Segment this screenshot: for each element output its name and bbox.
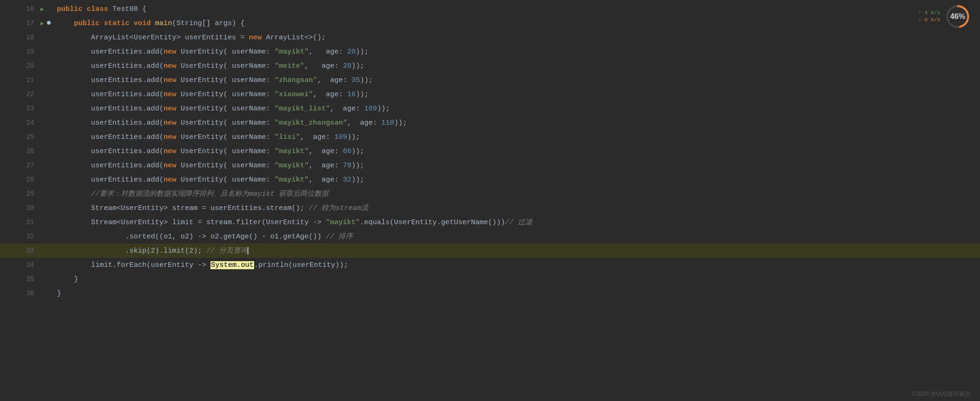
line-arrow: ▶ <box>38 17 46 31</box>
code-token: , age: <box>304 62 343 70</box>
line-number: 27 <box>0 158 38 173</box>
line-number: 33 <box>0 244 38 258</box>
code-token: ArrayList<>(); <box>266 34 326 42</box>
code-token: , age: <box>309 162 343 170</box>
line-number: 18 <box>0 30 38 45</box>
code-token: UserEntity( userName: <box>181 48 275 56</box>
code-token: UserEntity( userName: <box>181 105 275 113</box>
line-arrow: ▶ <box>38 2 46 17</box>
code-line: 20 userEntities.add(new UserEntity( user… <box>0 59 980 73</box>
network-widget: ↑ 4 K/s ↓ 6 K/s 46% <box>918 4 971 29</box>
code-line: 26 userEntities.add(new UserEntity( user… <box>0 144 980 158</box>
code-token: new <box>164 76 181 84</box>
editor-container: 16▶public class Test08 {17▶ public stati… <box>0 0 980 401</box>
code-token: new <box>164 162 181 170</box>
upload-speed: ↑ 4 K/s <box>918 9 940 17</box>
line-content: userEntities.add(new UserEntity( userNam… <box>53 116 980 130</box>
line-content: //要求：对数据流的数据实现降序排列、且名称为mayikt 获取后两位数据 <box>53 187 980 201</box>
code-line: 29 //要求：对数据流的数据实现降序排列、且名称为mayikt 获取后两位数据 <box>0 187 980 201</box>
line-number: 35 <box>0 272 38 286</box>
code-token: , age: <box>309 176 343 184</box>
code-line: 30 Stream<UserEntity> stream = userEntit… <box>0 201 980 215</box>
code-token: userEntities.add( <box>57 76 164 84</box>
code-token: main <box>155 19 172 27</box>
code-token: .skip(2).limit(2); <box>57 247 206 255</box>
code-token: // 排序 <box>326 233 353 241</box>
code-token: // 分页查询 <box>206 247 247 255</box>
code-line: 17▶ public static void main(String[] arg… <box>0 16 980 30</box>
code-token: userEntities.add( <box>57 162 164 170</box>
code-line: 32 .sorted((o1, o2) -> o2.getAge() - o1.… <box>0 229 980 244</box>
code-token: userEntities.add( <box>57 119 164 127</box>
line-number: 22 <box>0 87 38 101</box>
code-token: 109 <box>364 105 377 113</box>
code-token: userEntities.add( <box>57 48 164 56</box>
code-line: 34 limit.forEach(userEntity -> System.ou… <box>0 258 980 272</box>
code-token: "xiaowei" <box>275 91 313 99</box>
code-token: , age: <box>309 147 343 155</box>
line-number: 24 <box>0 116 38 130</box>
code-token: .equals(UserEntity.getUserName())) <box>360 219 505 227</box>
code-token: "mayikt" <box>275 48 309 56</box>
code-token: public static void <box>74 19 155 27</box>
code-token: "mayikt" <box>275 176 309 184</box>
code-token: , age: <box>300 133 334 141</box>
watermark: CSDN @QvQ要乐观点 <box>913 390 971 398</box>
code-token: new <box>164 91 181 99</box>
svg-point-0 <box>47 21 51 25</box>
line-content: userEntities.add(new UserEntity( userNam… <box>53 88 980 102</box>
code-line: 19 userEntities.add(new UserEntity( user… <box>0 45 980 59</box>
code-token: , age: <box>330 105 364 113</box>
line-content: } <box>53 287 980 301</box>
code-token: new <box>164 119 181 127</box>
line-number: 19 <box>0 45 38 59</box>
code-token: 110 <box>381 119 394 127</box>
line-number: 34 <box>0 258 38 272</box>
code-token: new <box>164 62 181 70</box>
code-token: )); <box>347 133 360 141</box>
code-token: 28 <box>343 62 351 70</box>
text-cursor <box>247 247 248 255</box>
code-token: 32 <box>343 176 351 184</box>
line-content: ArrayList<UserEntity> userEntities = new… <box>53 31 980 45</box>
line-content: userEntities.add(new UserEntity( userNam… <box>53 59 980 73</box>
code-area: 16▶public class Test08 {17▶ public stati… <box>0 2 980 301</box>
code-line: 22 userEntities.add(new UserEntity( user… <box>0 87 980 101</box>
code-token: )); <box>351 62 364 70</box>
line-content: userEntities.add(new UserEntity( userNam… <box>53 130 980 145</box>
code-token: UserEntity( userName: <box>181 133 275 141</box>
code-token: UserEntity( userName: <box>181 91 275 99</box>
line-number: 26 <box>0 144 38 158</box>
code-token: UserEntity( userName: <box>181 76 275 84</box>
code-token: new <box>164 48 181 56</box>
line-content: public static void main(String[] args) { <box>53 17 980 31</box>
code-token: 78 <box>343 162 351 170</box>
code-token: limit.forEach(userEntity -> <box>57 261 211 269</box>
line-content: userEntities.add(new UserEntity( userNam… <box>53 159 980 173</box>
code-token: )); <box>377 105 390 113</box>
code-token: )); <box>351 147 364 155</box>
line-content: .skip(2).limit(2); // 分页查询 <box>53 244 980 258</box>
code-line: 16▶public class Test08 { <box>0 2 980 16</box>
line-number: 17 <box>0 16 38 30</box>
line-number: 16 <box>0 2 38 16</box>
line-content: userEntities.add(new UserEntity( userNam… <box>53 102 980 116</box>
code-line: 28 userEntities.add(new UserEntity( user… <box>0 173 980 187</box>
code-line: 33 .skip(2).limit(2); // 分页查询 <box>0 244 980 258</box>
code-token: // 过滤 <box>505 219 532 227</box>
code-token: , age: <box>347 119 381 127</box>
line-content: limit.forEach(userEntity -> System.out.p… <box>53 258 980 273</box>
line-number: 30 <box>0 201 38 215</box>
line-number: 28 <box>0 173 38 187</box>
line-content: } <box>53 273 980 287</box>
code-token: userEntities.add( <box>57 91 164 99</box>
code-token: )); <box>351 162 364 170</box>
code-token: )); <box>360 76 373 84</box>
code-token: )); <box>394 119 407 127</box>
code-token: public class <box>57 5 112 13</box>
code-line: 18 ArrayList<UserEntity> userEntities = … <box>0 30 980 45</box>
code-token: "mayikt" <box>275 147 309 155</box>
code-token: // 转为stream流 <box>309 204 368 212</box>
code-token: UserEntity( userName: <box>181 176 275 184</box>
line-breakpoint <box>46 17 53 31</box>
